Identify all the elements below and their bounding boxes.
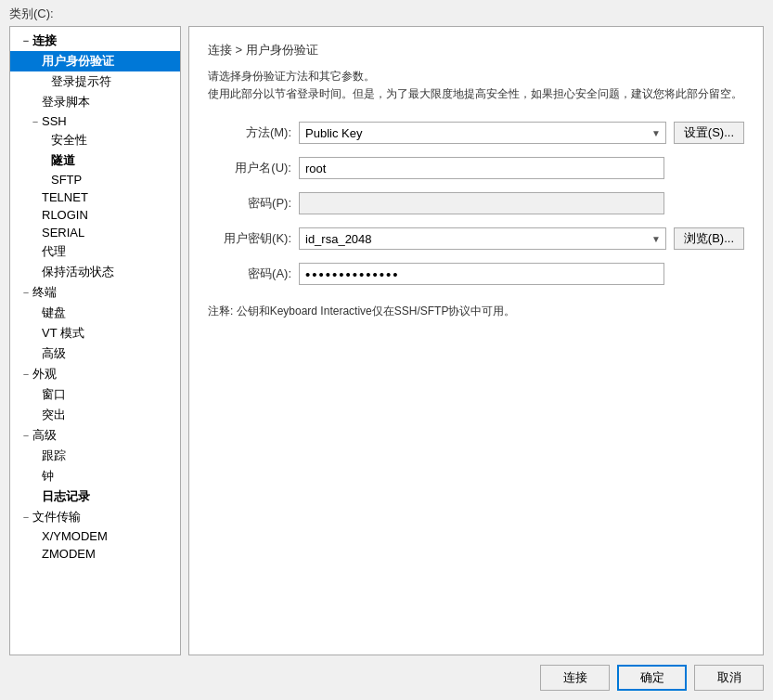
tree-item-protrude[interactable]: 突出 <box>10 405 180 425</box>
tree-label-protrude: 突出 <box>42 407 66 423</box>
user-key-label: 用户密钥(K): <box>208 230 291 247</box>
tree-label-sftp: SFTP <box>51 173 82 187</box>
tree-label-keyboard: 键盘 <box>42 305 66 321</box>
tree-label-ssh: SSH <box>42 114 67 128</box>
content-panel: 连接 > 用户身份验证 请选择身份验证方法和其它参数。 使用此部分以节省登录时间… <box>188 26 764 655</box>
tree-item-advanced2[interactable]: −高级 <box>10 425 180 446</box>
tree-item-sftp[interactable]: SFTP <box>10 171 180 188</box>
tree-expand-conn: − <box>19 35 32 46</box>
tree-item-trace[interactable]: 跟踪 <box>10 446 180 466</box>
tree-label-proxy: 代理 <box>42 243 66 260</box>
tree-label-window: 窗口 <box>42 386 66 403</box>
password-input[interactable] <box>299 192 664 214</box>
cancel-button[interactable]: 取消 <box>694 665 764 691</box>
description-line1: 请选择身份验证方法和其它参数。 <box>208 68 744 85</box>
tree-label-terminal: 终端 <box>32 284 57 301</box>
tree-label-vt-mode: VT 模式 <box>42 325 84 342</box>
category-label: 类别(C): <box>0 0 773 26</box>
description: 请选择身份验证方法和其它参数。 使用此部分以节省登录时间。但是，为了最大限度地提… <box>208 68 744 103</box>
tree-label-advanced: 高级 <box>42 345 66 362</box>
tree-label-log: 日志记录 <box>42 488 90 505</box>
tree-label-login-script: 登录脚本 <box>42 94 90 110</box>
method-select-wrapper: Public Key Password Keyboard Interactive… <box>299 122 666 144</box>
tree-item-login-hint[interactable]: 登录提示符 <box>10 71 180 92</box>
dialog-footer: 连接 确定 取消 <box>0 655 773 700</box>
ok-button[interactable]: 确定 <box>617 665 687 691</box>
tree-item-security[interactable]: 安全性 <box>10 130 180 150</box>
note-text: 注释: 公钥和Keyboard Interactive仅在SSH/SFTP协议中… <box>208 304 744 319</box>
tree-expand-advanced2: − <box>19 430 32 441</box>
passphrase-input[interactable] <box>299 263 664 285</box>
tree-item-keyboard[interactable]: 键盘 <box>10 303 180 323</box>
tree-label-zmodem: ZMODEM <box>42 547 96 561</box>
tree-item-login-script[interactable]: 登录脚本 <box>10 92 180 112</box>
tree-label-serial: SERIAL <box>42 226 84 240</box>
tree-item-auth[interactable]: 用户身份验证 <box>10 51 180 71</box>
password-row: 密码(P): <box>208 192 744 214</box>
tree-item-advanced[interactable]: 高级 <box>10 344 180 364</box>
user-key-select[interactable]: id_rsa_2048 id_rsa id_dsa <box>299 227 666 250</box>
tree-label-bell: 钟 <box>42 468 54 485</box>
tree-item-keepalive[interactable]: 保持活动状态 <box>10 262 180 282</box>
tree-item-log[interactable]: 日志记录 <box>10 486 180 507</box>
tree-label-tunnel: 隧道 <box>51 152 75 169</box>
tree-label-filetransfer: 文件传输 <box>32 509 81 525</box>
tree-label-appearance: 外观 <box>32 366 57 382</box>
passphrase-row: 密码(A): <box>208 263 744 285</box>
settings-button[interactable]: 设置(S)... <box>674 122 744 144</box>
tree-item-bell[interactable]: 钟 <box>10 466 180 486</box>
tree-item-ssh[interactable]: −SSH <box>10 112 180 130</box>
user-key-select-wrapper: id_rsa_2048 id_rsa id_dsa ▼ <box>299 227 666 250</box>
tree-item-terminal[interactable]: −终端 <box>10 282 180 303</box>
passphrase-label: 密码(A): <box>208 266 291 282</box>
tree-item-tunnel[interactable]: 隧道 <box>10 150 180 171</box>
tree-expand-appearance: − <box>19 369 32 380</box>
tree-label-rlogin: RLOGIN <box>42 208 88 222</box>
tree-item-appearance[interactable]: −外观 <box>10 364 180 384</box>
tree-item-filetransfer[interactable]: −文件传输 <box>10 507 180 527</box>
tree-expand-filetransfer: − <box>19 512 32 523</box>
tree-label-security: 安全性 <box>51 132 87 149</box>
tree-item-serial[interactable]: SERIAL <box>10 224 180 241</box>
tree-item-zmodem[interactable]: ZMODEM <box>10 545 180 563</box>
username-label: 用户名(U): <box>208 160 291 176</box>
tree-label-keepalive: 保持活动状态 <box>42 264 114 280</box>
password-label: 密码(P): <box>208 195 291 212</box>
tree-label-auth: 用户身份验证 <box>42 53 114 70</box>
tree-item-vt-mode[interactable]: VT 模式 <box>10 323 180 344</box>
browse-button[interactable]: 浏览(B)... <box>674 227 744 250</box>
dialog: 类别(C): −连接用户身份验证登录提示符登录脚本−SSH安全性隧道SFTPTE… <box>0 0 773 700</box>
tree-item-xymodem[interactable]: X/YMODEM <box>10 527 180 545</box>
username-row: 用户名(U): <box>208 157 744 179</box>
tree-item-window[interactable]: 窗口 <box>10 384 180 405</box>
breadcrumb: 连接 > 用户身份验证 <box>208 42 744 58</box>
tree-expand-ssh: − <box>29 116 42 127</box>
method-select[interactable]: Public Key Password Keyboard Interactive… <box>299 122 666 144</box>
tree-label-conn: 连接 <box>32 32 57 49</box>
form-area: 方法(M): Public Key Password Keyboard Inte… <box>208 122 744 640</box>
user-key-row: 用户密钥(K): id_rsa_2048 id_rsa id_dsa ▼ 浏览(… <box>208 227 744 250</box>
tree-item-proxy[interactable]: 代理 <box>10 241 180 262</box>
description-line2: 使用此部分以节省登录时间。但是，为了最大限度地提高安全性，如果担心安全问题，建议… <box>208 85 744 103</box>
tree-label-telnet: TELNET <box>42 190 88 204</box>
method-row: 方法(M): Public Key Password Keyboard Inte… <box>208 122 744 144</box>
username-input[interactable] <box>299 157 664 179</box>
tree-item-rlogin[interactable]: RLOGIN <box>10 206 180 224</box>
connect-button[interactable]: 连接 <box>540 665 610 691</box>
tree-label-advanced2: 高级 <box>32 427 57 444</box>
tree-item-telnet[interactable]: TELNET <box>10 188 180 206</box>
tree-item-conn[interactable]: −连接 <box>10 31 180 51</box>
tree-panel: −连接用户身份验证登录提示符登录脚本−SSH安全性隧道SFTPTELNETRLO… <box>9 26 181 655</box>
tree-label-login-hint: 登录提示符 <box>51 73 111 90</box>
dialog-body: −连接用户身份验证登录提示符登录脚本−SSH安全性隧道SFTPTELNETRLO… <box>0 26 773 655</box>
tree-expand-terminal: − <box>19 287 32 298</box>
tree-label-trace: 跟踪 <box>42 447 66 464</box>
method-label: 方法(M): <box>208 124 291 141</box>
tree-label-xymodem: X/YMODEM <box>42 529 108 543</box>
